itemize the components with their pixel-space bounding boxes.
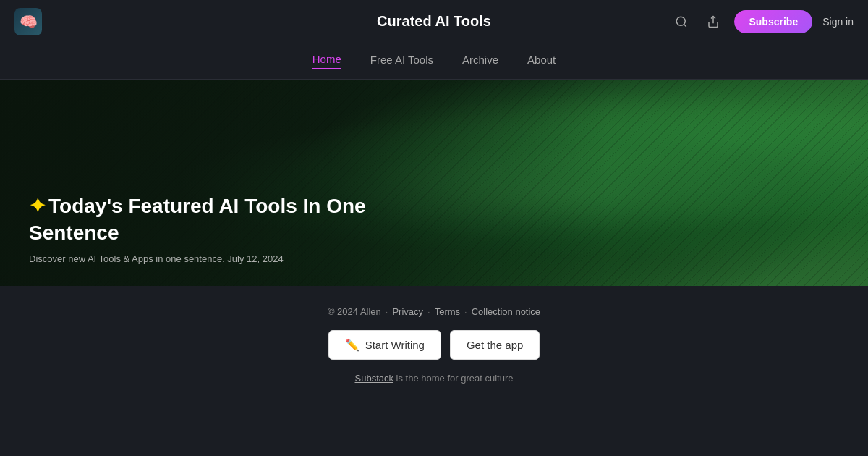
nav-item-free-ai-tools[interactable]: Free AI Tools [370,54,433,69]
site-title: Curated AI Tools [377,13,491,30]
footer-links: © 2024 Allen · Privacy · Terms · Collect… [328,306,540,317]
hero-content: ✦Today's Featured AI Tools In One Senten… [29,193,391,264]
footer-tagline: Substack is the home for great culture [355,373,514,384]
pencil-icon: ✏️ [345,338,359,352]
privacy-link[interactable]: Privacy [392,306,423,317]
header-right: Subscribe Sign in [671,10,854,33]
get-app-button[interactable]: Get the app [450,330,540,360]
share-icon [707,15,720,28]
svg-line-1 [684,24,686,26]
nav-item-archive[interactable]: Archive [462,54,498,69]
nav-item-home[interactable]: Home [312,53,341,69]
share-button[interactable] [702,11,724,33]
header-left: 🧠 [14,8,42,35]
footer-dot-2: · [427,306,430,317]
footer-copyright: © 2024 Allen [328,306,381,317]
nav: Home Free AI Tools Archive About [0,43,868,80]
start-writing-button[interactable]: ✏️ Start Writing [328,330,441,360]
hero-subtitle: Discover new AI Tools & Apps in one sent… [29,253,391,264]
substack-link[interactable]: Substack [355,373,393,384]
footer-buttons: ✏️ Start Writing Get the app [328,330,540,360]
hero-banner[interactable]: ✦Today's Featured AI Tools In One Senten… [0,80,868,286]
hero-sparkle-icon: ✦ [29,195,46,217]
tagline-text: is the home for great culture [393,373,513,384]
terms-link[interactable]: Terms [435,306,460,317]
footer-dot-3: · [464,306,467,317]
collection-notice-link[interactable]: Collection notice [472,306,540,317]
hero-title: ✦Today's Featured AI Tools In One Senten… [29,193,391,246]
header: 🧠 Curated AI Tools Subscribe Sign in [0,0,868,43]
nav-item-about[interactable]: About [527,54,556,69]
start-writing-label: Start Writing [365,339,425,351]
footer-dot-1: · [386,306,388,317]
hero-title-text: Today's Featured AI Tools In One Sentenc… [29,195,366,243]
signin-link[interactable]: Sign in [822,16,854,28]
logo-emoji: 🧠 [20,13,38,30]
subscribe-button[interactable]: Subscribe [734,10,812,33]
svg-point-0 [677,17,686,25]
search-button[interactable] [671,11,692,33]
footer: © 2024 Allen · Privacy · Terms · Collect… [0,286,868,398]
logo-icon: 🧠 [14,8,42,35]
search-icon [675,15,688,28]
